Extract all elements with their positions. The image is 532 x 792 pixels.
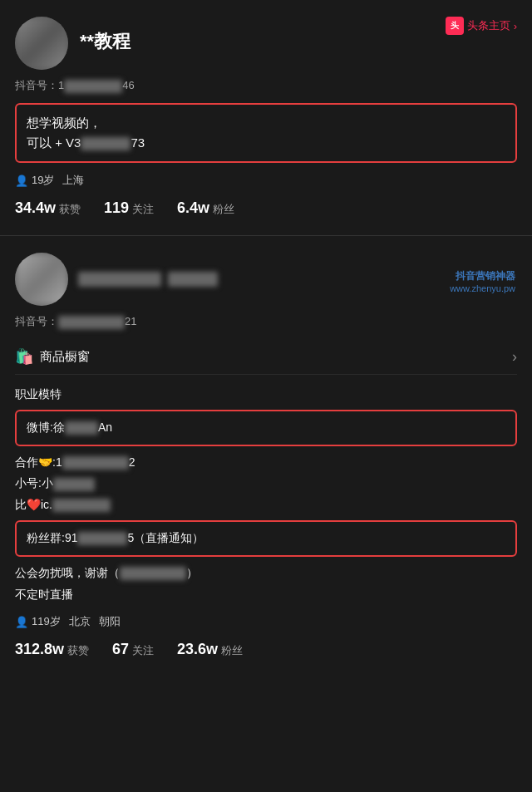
likes-stat-2: 312.8w 获赞 (15, 641, 89, 658)
bio-line1: 想学视频的， (27, 113, 505, 133)
bio-line2: 可以 + V373 (27, 133, 505, 153)
city-tag-2: 北京 (69, 614, 91, 629)
sub-account-text: 小号:小 (15, 474, 517, 494)
tags-row-2: 👤 119岁 北京 朝阳 (15, 614, 517, 629)
headline-arrow: › (514, 20, 517, 32)
douyin-id-2: 抖音号：21 (15, 314, 517, 329)
person-icon-2: 👤 (15, 616, 28, 628)
product-label: 商品橱窗 (40, 349, 90, 365)
age-tag-1: 👤 19岁 (15, 173, 54, 188)
collab-text: 合作🤝:12 (15, 453, 517, 473)
headline-link[interactable]: 头 头条主页 › (446, 17, 517, 35)
stats-row-2: 312.8w 获赞 67 关注 23.6w 粉丝 (15, 641, 517, 658)
profile-name-1: **教程 (80, 29, 131, 54)
person-icon-1: 👤 (15, 175, 28, 187)
douyin-id-1: 抖音号：146 (15, 78, 517, 93)
product-row[interactable]: 🛍️ 商品橱窗 › (15, 339, 517, 375)
avatar-1 (15, 17, 68, 70)
fans-stat-1: 6.4w 粉丝 (177, 199, 234, 217)
fans-stat-2: 23.6w 粉丝 (177, 641, 243, 658)
broadcast-text: 不定时直播 (15, 585, 517, 605)
following-stat-2: 67 关注 (112, 641, 154, 658)
weibo-text: 微博:徐An (27, 418, 505, 438)
district-tag: 朝阳 (99, 614, 121, 629)
ratio-text: 比❤️ic. (15, 495, 517, 515)
product-label-row: 🛍️ 商品橱窗 (15, 347, 90, 366)
shopping-bag-icon: 🛍️ (15, 347, 33, 366)
occupation-text: 职业模特 (15, 385, 517, 405)
weibo-box: 微博:徐An (15, 410, 517, 446)
stats-row-1: 34.4w 获赞 119 关注 6.4w 粉丝 (15, 199, 517, 217)
age-tag-2: 👤 119岁 (15, 614, 61, 629)
city-tag-1: 上海 (62, 173, 84, 188)
product-chevron-icon: › (512, 348, 517, 366)
fans-group-text: 粉丝群:915（直播通知） (27, 529, 505, 548)
following-stat-1: 119 关注 (104, 199, 154, 217)
likes-stat-1: 34.4w 获赞 (15, 199, 81, 217)
tags-row-1: 👤 19岁 上海 (15, 173, 517, 188)
headline-label: 头条主页 (467, 18, 510, 33)
fans-group-box: 粉丝群:915（直播通知） (15, 520, 517, 557)
profile-section-1: **教程 头 头条主页 › 抖音号：146 想学视频的， 可以 + V373 👤… (0, 0, 532, 235)
guild-text: 公会勿扰哦，谢谢（） (15, 563, 517, 583)
avatar-2 (15, 253, 68, 306)
headline-badge: 头 (446, 17, 464, 35)
profile-section-2: 抖音营销神器 www.zhenyu.pw 抖音号：21 🛍️ 商品橱窗 › 职业… (0, 236, 532, 676)
bio-box-1: 想学视频的， 可以 + V373 (15, 103, 517, 163)
